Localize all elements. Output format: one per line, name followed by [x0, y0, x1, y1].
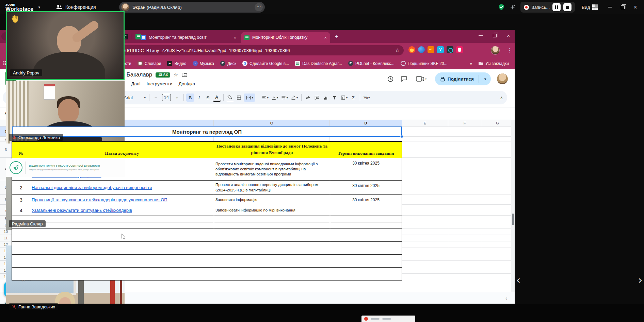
pause-recording-button[interactable]	[552, 3, 561, 11]
bold-button[interactable]: B	[186, 94, 194, 102]
teal-extension-icon[interactable]	[447, 46, 453, 53]
grid-cell[interactable]	[448, 235, 481, 241]
minimize-button[interactable]	[608, 7, 612, 7]
grid-cell[interactable]	[402, 180, 448, 194]
stop-recording-button[interactable]	[563, 3, 571, 11]
strikethrough-button[interactable]: S	[204, 94, 212, 102]
browser-tab-active[interactable]: Моніторинг Облік і оподатку ×	[241, 32, 330, 43]
grid-cell[interactable]	[481, 141, 514, 158]
table-cell-task[interactable]: Заповнювати інформацію по мірі виконання	[214, 205, 330, 216]
vertical-align-button[interactable]: ▾	[270, 94, 279, 102]
screen-share-pill[interactable]: Экран (Радміла Скляр) ⋯	[119, 2, 265, 13]
table-cell-doc[interactable]: Пропозиції та зауваження стейкхолдерів щ…	[30, 195, 214, 205]
sc-extension-icon[interactable]: SC	[428, 46, 434, 53]
pink-extension-icon[interactable]	[456, 46, 463, 53]
vimeo-extension-icon[interactable]: v	[437, 46, 444, 53]
grid-cell[interactable]	[402, 137, 448, 141]
table-cell-doc[interactable]: Навчальні дисципліни за вибором здобувач…	[30, 181, 214, 195]
column-header-C[interactable]: C	[214, 120, 330, 126]
browser-tab-inactive[interactable]: Моніторинг та перегляд освіт ×	[138, 32, 240, 43]
text-wrap-button[interactable]: ▾	[280, 94, 289, 102]
document-link[interactable]: Навчальні дисципліни за вибором здобувач…	[32, 185, 152, 190]
grid-cell[interactable]	[448, 241, 481, 248]
restore-button[interactable]	[621, 5, 625, 9]
grid-cell[interactable]	[448, 205, 481, 216]
meet-camera-icon[interactable]: ▾	[414, 75, 429, 83]
create-filter-button[interactable]	[331, 94, 339, 102]
insert-chart-button[interactable]	[322, 94, 330, 102]
star-icon[interactable]: ☆	[174, 72, 178, 78]
close-tab-icon[interactable]: ×	[234, 35, 236, 40]
column-header-F[interactable]: F	[448, 120, 481, 126]
globeblue-extension-icon[interactable]	[418, 46, 425, 53]
bookmark-item[interactable]: Усі закладки	[476, 60, 511, 67]
bookmark-item[interactable]: Словари	[135, 60, 164, 67]
grid-cell[interactable]	[481, 222, 514, 228]
language-addon-button[interactable]: Ук▾	[363, 94, 371, 102]
grid-cell[interactable]	[481, 194, 514, 205]
browser-profile-avatar[interactable]	[491, 46, 500, 55]
fill-color-button[interactable]	[226, 94, 234, 102]
empty-table-cells[interactable]	[330, 216, 402, 280]
meeting-tab[interactable]: Конференция	[56, 4, 96, 10]
selection-fill-handle[interactable]	[400, 135, 403, 138]
gallery-previous-icon[interactable]: ‹	[516, 274, 521, 286]
row-header-11[interactable]: 11	[0, 235, 12, 241]
menu-data[interactable]: Дані	[129, 81, 143, 87]
increase-font-size-button[interactable]: +	[173, 94, 181, 102]
grid-cell[interactable]	[402, 228, 448, 235]
grid-cell[interactable]	[402, 158, 448, 180]
grid-cell[interactable]	[402, 241, 448, 248]
table-cell-due[interactable]: 30 квітня 2025	[330, 181, 402, 195]
menu-tools[interactable]: Інструменти	[144, 81, 175, 87]
table-views-button[interactable]: ▾	[339, 94, 349, 102]
share-dropdown-icon[interactable]: ▾	[482, 77, 489, 81]
table-cell-num[interactable]: 3	[12, 195, 30, 205]
grid-cell[interactable]	[448, 267, 481, 274]
column-header-G[interactable]: G	[481, 120, 514, 126]
grid-cell[interactable]	[481, 261, 514, 267]
table-cell-num[interactable]: 4	[12, 205, 30, 216]
grid-cell[interactable]	[402, 235, 448, 241]
grid-cell[interactable]	[448, 254, 481, 261]
bookmark-item[interactable]: Das Deutsche Agrar...	[293, 60, 344, 67]
grid-cell[interactable]	[448, 194, 481, 205]
italic-button[interactable]: I	[195, 94, 203, 102]
empty-table-cells[interactable]	[30, 216, 214, 280]
grid-cell[interactable]	[481, 274, 514, 280]
table-header-task[interactable]: Постановка завдання відповідно до вимог …	[214, 142, 330, 158]
merge-cells-button[interactable]: ▾	[244, 94, 255, 102]
bookmark-item[interactable]: Видео	[165, 60, 189, 67]
bookmark-item[interactable]: POLnet - Комплекс...	[346, 60, 397, 67]
grid-cell[interactable]	[448, 141, 481, 158]
table-cell-task[interactable]: Провести моніторинг наданої викладачами …	[214, 158, 330, 181]
column-header-D[interactable]: D	[330, 120, 402, 126]
bookmark-item[interactable]: Диск	[218, 60, 239, 67]
cell-a1-merged-title[interactable]: Моніторинг та перегляд ОП	[12, 126, 402, 137]
grid-cell[interactable]	[402, 222, 448, 228]
table-header-due[interactable]: Термін виконання завдання	[330, 142, 402, 158]
grid-cell[interactable]	[481, 235, 514, 241]
table-cell-due[interactable]	[330, 205, 402, 216]
document-link[interactable]: Узагальнені результати опитувань стейкхо…	[32, 208, 132, 213]
table-header-doc[interactable]: Назва документу	[30, 142, 214, 158]
grid-cell[interactable]	[214, 137, 330, 141]
functions-button[interactable]: Σ	[349, 94, 357, 102]
grid-cell[interactable]	[448, 274, 481, 280]
grid-cell[interactable]	[402, 126, 448, 137]
grid-cell[interactable]	[481, 241, 514, 248]
table-header-num[interactable]: №	[12, 142, 30, 158]
table-cell-doc[interactable]: Узагальнені результати опитувань стейкхо…	[30, 205, 214, 216]
bookmark-item[interactable]: Музыка	[190, 60, 216, 67]
borders-button[interactable]	[235, 94, 243, 102]
view-button[interactable]: Вид	[582, 4, 598, 10]
grid-cell[interactable]	[448, 228, 481, 235]
grid-cell[interactable]	[481, 216, 514, 222]
scrollbar-thumb[interactable]	[512, 214, 514, 225]
bookmark-item[interactable]: Сделайте Google в...	[240, 60, 291, 67]
grid-cell[interactable]	[481, 254, 514, 261]
grid-cell[interactable]	[448, 180, 481, 194]
grid-cell[interactable]	[481, 228, 514, 235]
new-tab-button[interactable]: +	[335, 33, 338, 40]
table-cell-num[interactable]: 2	[12, 181, 30, 195]
